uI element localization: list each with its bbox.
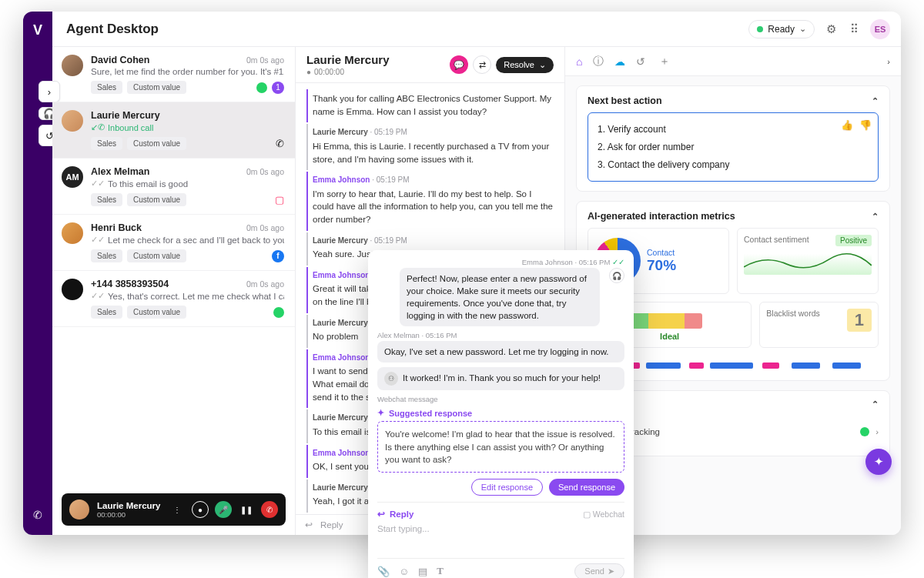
transcript-line: Laurie Mercury · 05:19 PMHi Emma, this i… <box>306 124 554 170</box>
avatar-icon: ⚇ <box>384 372 398 386</box>
emoji-icon[interactable]: ☺ <box>399 566 409 577</box>
caller-avatar <box>69 499 89 520</box>
ai-badge-icon: 🎧 <box>609 268 624 283</box>
hold-button[interactable]: ❚❚ <box>238 501 255 518</box>
record-button[interactable]: ● <box>192 501 209 518</box>
sentiment-metric: Contact sentiment Positive <box>737 228 879 294</box>
conversation-snippet: Sure, let me find the order number for y… <box>91 67 284 76</box>
metric-label: Blacklist words <box>766 309 819 318</box>
tag: Sales <box>91 81 122 94</box>
header: Agent Desktop Ready ⌄ ⚙ ⠿ ES <box>52 12 901 47</box>
attachment-icon[interactable]: 📎 <box>377 566 390 577</box>
sparkle-icon: ✦ <box>377 408 384 418</box>
avatar <box>62 55 83 76</box>
more-icon[interactable]: ⋮ <box>169 501 186 518</box>
add-tab-icon[interactable]: ＋ <box>659 55 670 68</box>
customer-message: Okay, I've set a new password. Let me tr… <box>377 341 624 363</box>
chevron-up-icon[interactable]: ⌃ <box>872 212 879 222</box>
nba-item: 1. Verify account <box>598 121 869 139</box>
channel-pill[interactable]: ▢Webchat <box>583 510 624 519</box>
chat-icon: ▢ <box>583 510 591 519</box>
chat-action-icon[interactable]: 💬 <box>450 55 468 74</box>
send-response-button[interactable]: Send response <box>549 479 624 496</box>
metric-label: Contact sentiment <box>744 235 809 244</box>
template-icon[interactable]: ▤ <box>418 566 427 577</box>
hangup-button[interactable]: ✆ <box>261 501 278 518</box>
conversation-name: David Cohen <box>91 55 149 65</box>
conversation-snippet: ✓✓To this email is good <box>91 179 284 189</box>
reply-input[interactable] <box>377 520 624 556</box>
conversation-timer: ●00:00:00 <box>306 68 390 76</box>
nba-item: 3. Contact the delivery company <box>598 156 869 174</box>
chevron-up-icon[interactable]: ⌃ <box>872 96 879 106</box>
conversation-name: Laurie Mercury <box>91 110 160 121</box>
conversation-item[interactable]: David Cohen0m 0s ago Sure, let me find t… <box>52 47 295 102</box>
sentiment-badge: Positive <box>835 235 872 246</box>
page-title: Agent Desktop <box>66 22 159 37</box>
tag: Custom value <box>127 193 186 206</box>
conversation-snippet: ✓✓Yes, that's correct. Let me me check w… <box>91 291 284 301</box>
chevron-right-icon[interactable]: › <box>887 57 890 66</box>
info-tab-icon[interactable]: ⓘ <box>593 55 604 68</box>
apps-grid-icon[interactable]: ⠿ <box>847 22 861 36</box>
ai-assistant-button[interactable]: ✦ <box>865 449 892 475</box>
avatar: AM <box>62 166 83 188</box>
avatar <box>62 110 83 132</box>
card-title: Next best action <box>588 95 662 106</box>
metric-label: Contact <box>647 248 676 257</box>
customer-message: ⚇ It worked! I'm in. Thank you so much f… <box>377 367 624 390</box>
nba-item: 2. Ask for order number <box>598 139 869 156</box>
blacklist-count: 1 <box>847 309 872 332</box>
phone-icon: ✆ <box>276 138 284 149</box>
status-selector[interactable]: Ready ⌄ <box>748 20 815 38</box>
agent-message: Perfect! Now, please enter a new passwor… <box>400 268 600 326</box>
tag: Custom value <box>127 306 186 319</box>
tag: Custom value <box>127 249 186 262</box>
phone-in-icon: ↙✆ <box>91 122 105 132</box>
tag: Sales <box>91 193 122 206</box>
caller-name: Laurie Mercury <box>97 501 160 510</box>
right-tabs: ⌂ ⓘ ☁ ↺ ＋ › <box>565 47 901 76</box>
mute-button[interactable]: 🎤 <box>215 501 232 518</box>
chevron-up-icon[interactable]: ⌃ <box>872 399 879 409</box>
conversation-list: David Cohen0m 0s ago Sure, let me find t… <box>52 47 296 535</box>
tag: Sales <box>91 249 122 262</box>
edit-response-button[interactable]: Edit response <box>471 479 543 496</box>
resolve-button[interactable]: Resolve⌄ <box>496 57 554 73</box>
conversation-item[interactable]: Laurie Mercury ↙✆Inbound call Sales Cust… <box>52 102 295 159</box>
conversation-item[interactable]: +144 38583935040m 0s ago ✓✓Yes, that's c… <box>52 271 295 327</box>
blacklist-metric: Blacklist words 1 <box>759 302 879 348</box>
history-tab-icon[interactable]: ↺ <box>636 55 645 68</box>
tag: Sales <box>91 306 122 319</box>
send-arrow-icon: ➤ <box>608 566 614 576</box>
salesforce-tab-icon[interactable]: ☁ <box>614 55 625 68</box>
unread-badge: 1 <box>272 82 284 94</box>
phone-rail-icon[interactable]: ✆ <box>28 506 47 524</box>
chevron-right-icon: › <box>875 427 879 436</box>
home-tab-icon[interactable]: ⌂ <box>576 55 582 68</box>
check-icon: ✓✓ <box>91 291 105 301</box>
conversation-item[interactable]: Henri Buck0m 0s ago ✓✓Let me check for a… <box>52 215 295 271</box>
chevron-down-icon: ⌄ <box>539 60 546 70</box>
suggested-response-header: ✦ Suggested response <box>377 408 624 418</box>
format-icon[interactable]: T <box>437 565 444 577</box>
channel-label: Webchat message <box>377 395 624 403</box>
conversation-item[interactable]: AM Alex Melman0m 0s ago ✓✓To this email … <box>52 159 295 215</box>
thumbs-up-icon[interactable]: 👍 <box>841 119 853 131</box>
reply-header: Reply <box>390 510 413 519</box>
delivered-icon: ✓✓ <box>612 258 624 266</box>
message-meta: Alex Melman · 05:16 PM <box>377 331 624 339</box>
tag: Custom value <box>127 137 186 150</box>
gear-icon[interactable]: ⚙ <box>824 22 838 36</box>
user-avatar[interactable]: ES <box>870 19 890 39</box>
send-button[interactable]: Send➤ <box>574 563 624 578</box>
whatsapp-icon <box>256 82 267 93</box>
sparkline-chart <box>744 249 872 275</box>
avatar <box>62 279 83 300</box>
tag: Sales <box>91 137 122 150</box>
compose-panel: Emma Johnson · 05:16 PM ✓✓ Perfect! Now,… <box>368 250 634 578</box>
facebook-icon: f <box>272 250 284 262</box>
thumbs-down-icon[interactable]: 👎 <box>859 119 872 131</box>
metric-value: 70% <box>647 257 676 274</box>
transfer-icon[interactable]: ⇄ <box>473 55 491 74</box>
